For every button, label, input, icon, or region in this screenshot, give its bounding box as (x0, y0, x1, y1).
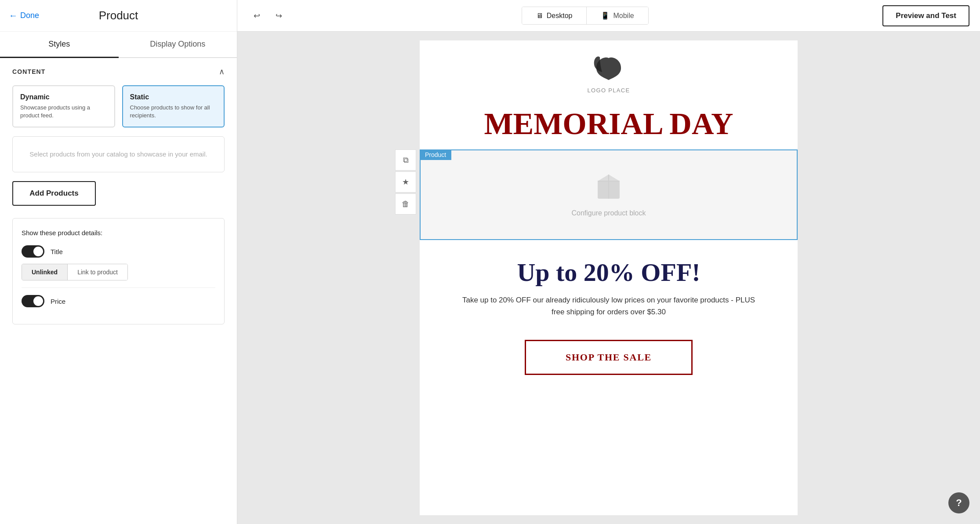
cta-button[interactable]: SHOP THE SALE (525, 340, 693, 375)
redo-button[interactable]: ↪ (270, 7, 287, 25)
desktop-tab[interactable]: 🖥 Desktop (522, 7, 587, 24)
product-block-text: Configure product block (572, 209, 646, 217)
tab-display-options[interactable]: Display Options (119, 32, 237, 58)
divider-1 (22, 287, 215, 288)
logo-text: LOGO PLACE (588, 87, 630, 94)
mobile-tab[interactable]: 📱 Mobile (586, 7, 648, 24)
static-card-desc: Choose products to show for all recipien… (130, 104, 217, 120)
price-toggle-row: Price (22, 295, 215, 307)
email-headline: MEMORIAL DAY (420, 102, 798, 149)
email-preview-container: LOGO PLACE MEMORIAL DAY Product ⧉ ★ (237, 32, 980, 524)
preview-test-button[interactable]: Preview and Test (882, 5, 969, 26)
undo-icon: ↩ (254, 11, 260, 21)
add-products-button[interactable]: Add Products (12, 181, 96, 206)
redo-icon: ↪ (276, 11, 282, 21)
logo-svg-icon (591, 54, 626, 84)
dynamic-card-title: Dynamic (20, 93, 107, 101)
product-select-placeholder: Select products from your catalog to sho… (29, 150, 207, 158)
link-to-product-button[interactable]: Link to product (67, 264, 127, 280)
headline-text: MEMORIAL DAY (437, 107, 780, 141)
dynamic-card[interactable]: Dynamic Showcase products using a produc… (12, 85, 115, 127)
static-card[interactable]: Static Choose products to show for all r… (122, 85, 225, 127)
panel-title: Product (99, 9, 138, 22)
mobile-icon: 📱 (601, 11, 610, 20)
price-toggle[interactable] (22, 295, 44, 307)
title-toggle-label: Title (51, 248, 63, 255)
email-preview: LOGO PLACE MEMORIAL DAY Product ⧉ ★ (420, 40, 798, 515)
device-tabs: 🖥 Desktop 📱 Mobile (522, 7, 649, 25)
title-toggle[interactable] (22, 245, 44, 258)
product-details-box: Show these product details: Title Unlink… (12, 218, 225, 324)
top-bar-left: ↩ ↪ (248, 7, 287, 25)
section-header: CONTENT ∧ (12, 67, 225, 76)
help-button[interactable]: ? (948, 492, 969, 513)
discount-heading: Up to 20% OFF! (446, 258, 771, 287)
content-section-title: CONTENT (12, 68, 46, 75)
email-logo-area: LOGO PLACE (420, 40, 798, 102)
link-toggle-row: Unlinked Link to product (22, 264, 128, 280)
title-toggle-slider (22, 245, 44, 258)
undo-button[interactable]: ↩ (248, 7, 265, 25)
desktop-label: Desktop (547, 12, 573, 20)
mobile-label: Mobile (613, 12, 634, 20)
tab-styles[interactable]: Styles (0, 32, 119, 58)
left-panel: ← Done Product Styles Display Options CO… (0, 0, 237, 524)
email-cta: SHOP THE SALE (420, 327, 798, 397)
desktop-icon: 🖥 (536, 12, 543, 20)
tabs-row: Styles Display Options (0, 32, 237, 58)
unlinked-button[interactable]: Unlinked (22, 264, 67, 280)
product-label: Product (420, 149, 451, 160)
favorite-tool-button[interactable]: ★ (395, 171, 416, 193)
copy-tool-button[interactable]: ⧉ (395, 149, 416, 171)
dynamic-card-desc: Showcase products using a product feed. (20, 104, 107, 120)
back-arrow-icon: ← (9, 11, 18, 21)
top-bar: ↩ ↪ 🖥 Desktop 📱 Mobile Preview and Test (237, 0, 980, 32)
product-block-wrapper: Product ⧉ ★ 🗑 (420, 149, 798, 240)
panel-header: ← Done Product (0, 0, 237, 32)
product-block: Configure product block (420, 149, 798, 240)
product-box-icon (593, 172, 624, 203)
done-button[interactable]: ← Done (9, 11, 39, 21)
collapse-button[interactable]: ∧ (219, 67, 225, 76)
title-toggle-row: Title (22, 245, 215, 258)
price-toggle-slider (22, 295, 44, 307)
copy-icon: ⧉ (403, 156, 409, 165)
content-section: CONTENT ∧ Dynamic Showcase products usin… (0, 58, 237, 333)
static-card-title: Static (130, 93, 217, 101)
content-type-row: Dynamic Showcase products using a produc… (12, 85, 225, 127)
trash-icon: 🗑 (402, 200, 410, 209)
discount-body: Take up to 20% OFF our already ridiculou… (455, 294, 762, 318)
star-icon: ★ (402, 177, 409, 187)
price-toggle-label: Price (51, 298, 65, 305)
product-details-title: Show these product details: (22, 229, 215, 237)
done-label: Done (20, 11, 39, 20)
product-select-area: Select products from your catalog to sho… (12, 136, 225, 172)
right-area: ↩ ↪ 🖥 Desktop 📱 Mobile Preview and Test (237, 0, 980, 524)
email-discount: Up to 20% OFF! Take up to 20% OFF our al… (420, 240, 798, 327)
delete-tool-button[interactable]: 🗑 (395, 193, 416, 215)
side-tools: ⧉ ★ 🗑 (395, 149, 416, 215)
